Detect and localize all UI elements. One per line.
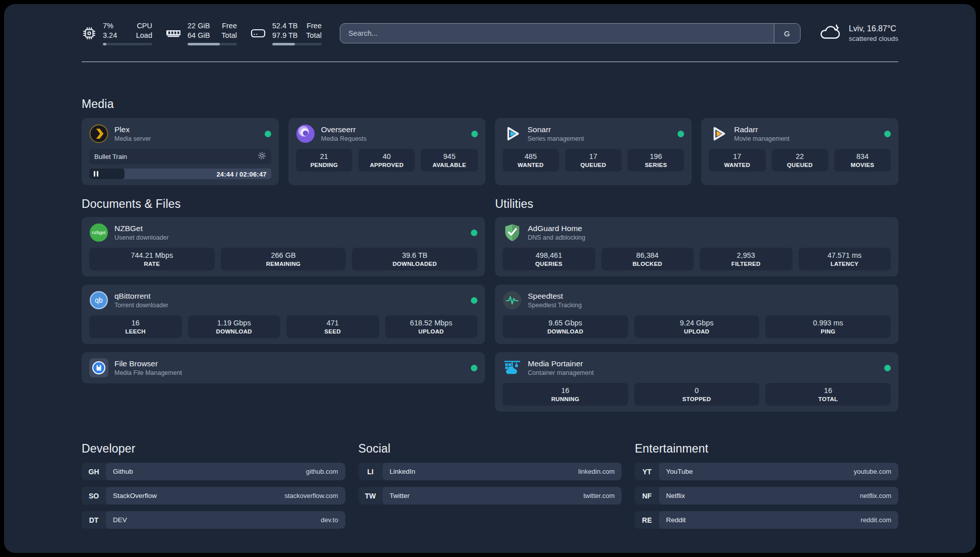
qbittorrent-title: qBittorrent: [114, 292, 465, 301]
plex-icon: [89, 124, 108, 143]
storage-stat: 52.4 TB 97.9 TB Free Total: [250, 21, 322, 45]
overseerr-stat-pending: 21 PENDING: [296, 149, 352, 172]
link-dev[interactable]: DT DEV dev.to: [82, 511, 345, 529]
radarr-status-dot: [884, 131, 891, 137]
top-bar: 7% 3.24 CPU Load: [82, 4, 898, 49]
github-abbr: GH: [82, 463, 106, 480]
nzbget-stat-downloaded: 39.6 TB DOWNLOADED: [352, 248, 477, 270]
adguard-subtitle: DNS and adblocking: [528, 234, 891, 241]
sonarr-card[interactable]: Sonarr Series management 485 WANTED 17 Q…: [495, 118, 692, 185]
plex-title: Plex: [114, 125, 259, 134]
speedtest-subtitle: Speedtest Tracking: [528, 302, 891, 309]
link-netflix[interactable]: NF Netflix netflix.com: [635, 487, 898, 505]
youtube-name: YouTube: [666, 468, 693, 475]
adguard-title: AdGuard Home: [528, 224, 891, 233]
portainer-icon: [503, 358, 522, 377]
qbittorrent-status-dot: [471, 297, 477, 304]
memory-free-label: Free: [221, 21, 237, 31]
overseerr-card[interactable]: Overseerr Media Requests 21 PENDING 40 A…: [288, 118, 485, 185]
speedtest-stat-download: 9.65 Gbps DOWNLOAD: [503, 315, 628, 338]
memory-total-label: Total: [221, 31, 237, 40]
documents-section-title: Documents & Files: [82, 197, 485, 211]
cloud-icon: [819, 23, 842, 44]
portainer-card[interactable]: Media Portainer Container management 16 …: [495, 352, 898, 412]
link-reddit[interactable]: RE Reddit reddit.com: [635, 511, 898, 529]
nzbget-subtitle: Usenet downloader: [114, 234, 465, 241]
adguard-stat-blocked: 86,384 BLOCKED: [601, 248, 694, 270]
section-social: Social LI LinkedIn linkedin.com TW Twitt…: [358, 442, 622, 529]
storage-free-value: 52.4 TB: [272, 21, 298, 31]
search-provider-button[interactable]: G: [774, 24, 800, 43]
filebrowser-card[interactable]: File Browser Media File Management: [82, 352, 485, 383]
cpu-usage-value: 7%: [103, 21, 117, 31]
storage-total-label: Total: [306, 31, 322, 40]
plex-card[interactable]: Plex Media server Bullet Train: [82, 118, 279, 185]
header-divider: [82, 62, 898, 62]
adguard-card[interactable]: AdGuard Home DNS and adblocking 498,461 …: [495, 217, 898, 276]
filebrowser-status-dot: [471, 365, 477, 371]
link-twitter[interactable]: TW Twitter twitter.com: [358, 487, 622, 505]
radarr-subtitle: Movie management: [734, 135, 878, 142]
playback-progress-bar[interactable]: 24:44 / 02:06:47: [89, 169, 271, 179]
pause-icon[interactable]: [94, 171, 98, 177]
qbittorrent-card[interactable]: qb qBittorrent Torrent downloader 16 LEE…: [82, 285, 485, 344]
section-documents: Documents & Files nzbget NZBGet U: [82, 197, 485, 412]
github-url: github.com: [306, 468, 338, 475]
youtube-abbr: YT: [635, 463, 659, 480]
twitter-name: Twitter: [390, 492, 410, 499]
developer-section-title: Developer: [82, 442, 345, 456]
cpu-load-label: Load: [136, 31, 152, 40]
speedtest-title: Speedtest: [528, 292, 891, 301]
sonarr-stat-wanted: 485 WANTED: [503, 149, 559, 172]
adguard-stat-filtered: 2,953 FILTERED: [700, 248, 792, 270]
qbittorrent-stat-upload: 618.52 Mbps UPLOAD: [385, 315, 478, 338]
dev-url: dev.to: [321, 516, 338, 524]
overseerr-title: Overseerr: [321, 125, 465, 134]
sonarr-title: Sonarr: [528, 125, 672, 134]
speedtest-stat-upload: 9.24 Gbps UPLOAD: [634, 315, 760, 338]
netflix-name: Netflix: [666, 492, 685, 499]
github-name: Github: [113, 468, 133, 475]
weather-condition: scattered clouds: [849, 35, 898, 42]
link-stackoverflow[interactable]: SO StackOverflow stackoverflow.com: [82, 487, 345, 505]
storage-progress-bar: [272, 43, 322, 45]
cpu-icon: [82, 26, 97, 41]
section-entertainment: Entertainment YT YouTube youtube.com NF …: [635, 442, 898, 529]
linkedin-abbr: LI: [358, 463, 383, 480]
speedtest-card[interactable]: Speedtest Speedtest Tracking 9.65 Gbps D…: [495, 285, 898, 344]
filebrowser-icon: [89, 358, 108, 377]
memory-free-value: 22 GiB: [188, 21, 210, 31]
radarr-stat-movies: 834 MOVIES: [834, 149, 891, 172]
adguard-stat-queries: 498,461 QUERIES: [503, 248, 595, 270]
sonarr-status-dot: [678, 131, 684, 137]
nzbget-stat-rate: 744.21 Mbps RATE: [89, 248, 215, 270]
overseerr-stat-available: 945 AVAILABLE: [421, 149, 477, 172]
adguard-icon: [503, 223, 522, 242]
section-utilities: Utilities AdGuard Home: [495, 197, 898, 412]
weather-location-temp: Lviv, 16.87°C: [849, 24, 898, 33]
system-stats: 7% 3.24 CPU Load: [82, 21, 322, 45]
link-github[interactable]: GH Github github.com: [82, 463, 345, 480]
now-playing-title: Bullet Train: [94, 153, 127, 160]
speedtest-icon: [503, 291, 522, 310]
radarr-title: Radarr: [734, 125, 878, 134]
search-input[interactable]: [340, 24, 774, 43]
filebrowser-title: File Browser: [114, 359, 465, 368]
netflix-url: netflix.com: [860, 492, 891, 499]
adguard-stat-latency: 47.571 ms LATENCY: [799, 248, 891, 270]
link-linkedin[interactable]: LI LinkedIn linkedin.com: [358, 463, 622, 480]
ram-icon: [165, 26, 181, 41]
section-media: Media Plex Media server: [82, 97, 898, 185]
cpu-load-value: 3.24: [103, 31, 117, 40]
nzbget-card[interactable]: nzbget NZBGet Usenet downloader 744.21 M…: [82, 217, 485, 276]
stackoverflow-abbr: SO: [82, 487, 106, 505]
portainer-title: Media Portainer: [528, 359, 878, 368]
link-youtube[interactable]: YT YouTube youtube.com: [635, 463, 898, 480]
svg-text:nzbget: nzbget: [92, 230, 106, 235]
dashboard: 7% 3.24 CPU Load: [4, 4, 976, 553]
portainer-stat-total: 16 TOTAL: [765, 383, 891, 406]
cpu-label: CPU: [136, 21, 152, 31]
gear-icon[interactable]: [258, 151, 266, 162]
dev-name: DEV: [113, 516, 127, 524]
radarr-card[interactable]: Radarr Movie management 17 WANTED 22 QUE…: [701, 118, 898, 185]
